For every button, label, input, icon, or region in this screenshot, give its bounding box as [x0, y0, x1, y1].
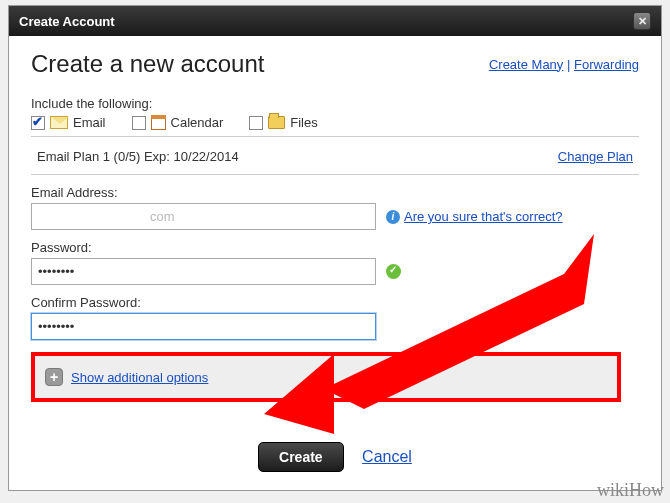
dialog-footer: Create Cancel [9, 430, 661, 490]
email-label: Email Address: [31, 185, 639, 200]
include-email: Email [31, 115, 106, 130]
dialog-content: Create a new account Create Many | Forwa… [9, 36, 661, 430]
info-icon: i [386, 210, 400, 224]
folder-icon [268, 116, 285, 129]
password-field[interactable] [31, 258, 376, 285]
password-label: Password: [31, 240, 639, 255]
forwarding-link[interactable]: Forwarding [574, 57, 639, 72]
email-field[interactable] [31, 203, 376, 230]
show-additional-options-link[interactable]: Show additional options [71, 370, 208, 385]
additional-options-box: + Show additional options [31, 352, 621, 402]
envelope-icon [50, 116, 68, 129]
include-label: Include the following: [31, 96, 639, 111]
plan-text: Email Plan 1 (0/5) Exp: 10/22/2014 [37, 149, 239, 164]
email-row: i Are you sure that's correct? [31, 203, 639, 230]
confirm-password-field[interactable] [31, 313, 376, 340]
include-calendar: Calendar [132, 115, 224, 130]
include-files-label: Files [290, 115, 317, 130]
include-files: Files [249, 115, 317, 130]
include-email-label: Email [73, 115, 106, 130]
header-row: Create a new account Create Many | Forwa… [31, 50, 639, 78]
page-title: Create a new account [31, 50, 264, 78]
confirm-row [31, 313, 639, 340]
files-checkbox[interactable] [249, 116, 263, 130]
plan-row: Email Plan 1 (0/5) Exp: 10/22/2014 Chang… [31, 139, 639, 175]
header-links: Create Many | Forwarding [489, 57, 639, 72]
password-row [31, 258, 639, 285]
create-account-dialog: Create Account ✕ Create a new account Cr… [8, 5, 662, 491]
titlebar: Create Account ✕ [9, 6, 661, 36]
email-hint: i Are you sure that's correct? [386, 209, 563, 224]
confirm-label: Confirm Password: [31, 295, 639, 310]
link-separator: | [567, 57, 574, 72]
calendar-checkbox[interactable] [132, 116, 146, 130]
include-row: Email Calendar Files [31, 115, 639, 137]
watermark: wikiHow [597, 480, 664, 501]
window-title: Create Account [19, 14, 115, 29]
change-plan-link[interactable]: Change Plan [558, 149, 633, 164]
calendar-icon [151, 115, 166, 130]
cancel-link[interactable]: Cancel [362, 448, 412, 465]
create-button[interactable]: Create [258, 442, 344, 472]
checkmark-icon [386, 264, 401, 279]
close-icon[interactable]: ✕ [633, 12, 651, 30]
email-checkbox[interactable] [31, 116, 45, 130]
plus-icon[interactable]: + [45, 368, 63, 386]
create-many-link[interactable]: Create Many [489, 57, 563, 72]
email-correct-link[interactable]: Are you sure that's correct? [404, 209, 563, 224]
include-calendar-label: Calendar [171, 115, 224, 130]
